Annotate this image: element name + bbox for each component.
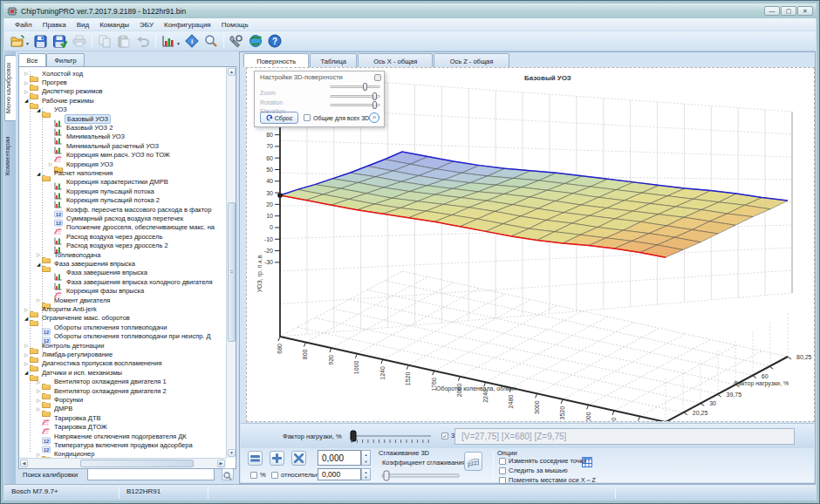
- menu-Файл[interactable]: Файл: [10, 19, 38, 31]
- tree-item[interactable]: Базовый УОЗ: [19, 114, 226, 123]
- tree-item-label[interactable]: Коррекция фазы впрыска: [65, 287, 146, 295]
- option-checkbox[interactable]: [499, 477, 506, 484]
- tree-vertical-scrollbar[interactable]: ▲ ▼: [226, 67, 236, 458]
- open-file-icon[interactable]: [8, 32, 27, 50]
- shared-3d-checkbox[interactable]: [304, 114, 311, 121]
- tree-expander-icon[interactable]: ▷: [23, 307, 30, 312]
- chart-tab-Таблица[interactable]: Таблица: [310, 53, 357, 67]
- dropdown-arrow-icon[interactable]: ▼: [25, 41, 30, 46]
- tree-item-label[interactable]: Контроль детонации: [40, 342, 106, 350]
- tree-expander-icon[interactable]: ◢: [23, 98, 30, 103]
- tree-item-label[interactable]: Диагностика пропусков воспламенения: [40, 359, 164, 367]
- tree-item-label[interactable]: Диспетчер режимов: [40, 87, 105, 95]
- dropdown-arrow-icon[interactable]: ▼: [176, 41, 181, 46]
- minimize-button[interactable]: —: [764, 6, 780, 16]
- tree-expander-icon[interactable]: ▷: [35, 252, 42, 257]
- load-slider[interactable]: [347, 429, 434, 446]
- tree-item-label[interactable]: Расход воздуха через дроссель 2: [65, 242, 170, 249]
- tree-expander-icon[interactable]: ▷: [23, 71, 30, 76]
- tree-item-label[interactable]: Обороты отключения топливоподачи при неи…: [52, 332, 213, 340]
- tree-item[interactable]: ◢Фаза завершения впрыска: [19, 259, 226, 268]
- side-tab-calibration-menu[interactable]: Меню калибровок: [4, 55, 16, 121]
- tree-expander-icon[interactable]: ▷: [23, 352, 30, 358]
- 3d-checkbox[interactable]: ✓: [441, 432, 448, 439]
- tree-item[interactable]: Тарировка ДТВ: [19, 413, 226, 422]
- add-value-button[interactable]: [270, 451, 284, 466]
- tree-expander-icon[interactable]: ▷: [35, 379, 42, 385]
- tree-expander-icon[interactable]: ▷: [35, 297, 42, 303]
- tree-item[interactable]: ▷Топливоподача: [19, 250, 226, 259]
- tree-item-label[interactable]: Лямбда-регулирование: [40, 351, 114, 358]
- scroll-up-icon[interactable]: ▲: [228, 68, 236, 76]
- filter-tab-Все[interactable]: Все: [18, 53, 46, 66]
- tools-icon[interactable]: [227, 32, 246, 50]
- tree-item[interactable]: ◢Рабочие режимы: [19, 96, 226, 105]
- tree-expander-icon[interactable]: ▷: [47, 161, 54, 167]
- maximize-button[interactable]: ▢: [781, 6, 796, 16]
- tree-item-label[interactable]: Фаза завершения впрыска: [65, 269, 149, 276]
- relative-checkbox[interactable]: [271, 472, 278, 479]
- tree-item[interactable]: Фаза завершения впрыска: [19, 269, 226, 277]
- tree-expander-icon[interactable]: ▷: [23, 343, 30, 348]
- multiply-value-button[interactable]: [291, 451, 306, 466]
- tree-item[interactable]: Минимальный УОЗ: [19, 133, 226, 141]
- tree-item[interactable]: ▷Лямбда-регулирование: [19, 350, 226, 358]
- vertical-scroll-thumb[interactable]: [228, 202, 236, 342]
- tree-item[interactable]: ▷Вентилятор охлаждения двигателя 1: [19, 378, 226, 386]
- tree-item[interactable]: ▷Контроль детонации: [19, 341, 226, 350]
- tree-item[interactable]: ◢Датчики и исп. механизмы: [19, 368, 226, 377]
- tree-item-label[interactable]: Коэфф. пересчета массового расхода в фак…: [65, 206, 213, 214]
- tree-item[interactable]: ▷Кондиционер: [19, 450, 226, 458]
- tree-expander-icon[interactable]: ▷: [35, 406, 42, 412]
- title-bar[interactable]: ChipTuningPRO ver.7.2017.9.2189 - b122hr…: [3, 3, 817, 18]
- set-value-button[interactable]: [248, 451, 263, 466]
- tree-expander-icon[interactable]: ▷: [23, 89, 30, 94]
- tree-item[interactable]: ▷Вентилятор охлаждения двигателя 2: [19, 386, 226, 395]
- more-options-icon[interactable]: »: [369, 112, 379, 123]
- tree-expander-icon[interactable]: ◢: [23, 370, 30, 375]
- percent-checkbox[interactable]: [250, 472, 257, 479]
- tree-item-label[interactable]: Обороты отключения топливоподачи: [52, 324, 168, 331]
- tree-expander-icon[interactable]: ◢: [35, 107, 42, 112]
- tree-item-label[interactable]: Положение дросселя, обеспечивающее макс.…: [65, 223, 216, 231]
- tree-item-label[interactable]: Коррекция УОЗ: [65, 160, 115, 168]
- tree-item-label[interactable]: Ограничение макс. оборотов: [40, 314, 132, 322]
- tree-item[interactable]: ◢Расчет наполнения: [19, 168, 226, 177]
- scroll-right-icon[interactable]: ▶: [217, 460, 225, 467]
- tree-item[interactable]: 12Суммарный расход воздуха перетечек: [19, 214, 226, 222]
- menu-Помощь[interactable]: Помощь: [216, 19, 254, 31]
- filter-tab-Фильтр[interactable]: Фильтр: [46, 53, 85, 66]
- tree-item-label[interactable]: Коррекция пульсаций потока: [65, 187, 156, 195]
- tree-expander-icon[interactable]: ◢: [35, 171, 42, 176]
- tree-item[interactable]: ▷ДМРВ: [19, 405, 226, 413]
- tree-expander-icon[interactable]: ▷: [23, 80, 30, 85]
- tree-item-label[interactable]: Расход воздуха через дроссель: [65, 233, 164, 241]
- tree-expander-icon[interactable]: ◢: [35, 262, 42, 267]
- tree-item[interactable]: 12Температура включения продувки адсорбе…: [19, 440, 226, 449]
- menu-Правка[interactable]: Правка: [38, 19, 72, 31]
- tree-item[interactable]: ◢УОЗ: [19, 106, 226, 114]
- chart-tab-Ось Z - общая[interactable]: Ось Z - общая: [434, 53, 509, 67]
- tree-item-label[interactable]: Холостой ход: [40, 70, 85, 78]
- menu-Конфигурация[interactable]: Конфигурация: [159, 19, 216, 31]
- option-checkbox[interactable]: [499, 458, 506, 465]
- tree-item[interactable]: 12Напряжение отключения подогревателя ДК: [19, 432, 226, 440]
- tree-item[interactable]: ▷Алгоритм Anti-jerk: [19, 304, 226, 313]
- tree-item[interactable]: ▷Холостой ход: [19, 69, 226, 78]
- side-tab-comments[interactable]: Комментарии: [4, 126, 16, 186]
- tree-item-label[interactable]: Тарировка ДТВ: [52, 414, 102, 422]
- value-input[interactable]: [318, 450, 361, 466]
- tree-item-label[interactable]: ДМРВ: [52, 405, 74, 412]
- close-button[interactable]: ✕: [797, 6, 813, 16]
- search-button[interactable]: [222, 468, 234, 480]
- chart-tab-Ось X - общая[interactable]: Ось X - общая: [358, 53, 433, 67]
- tree-item[interactable]: Расход воздуха через дроссель 2: [19, 242, 226, 250]
- tree-item-label[interactable]: Минимальный УОЗ: [65, 133, 126, 140]
- save-icon[interactable]: [31, 32, 51, 50]
- tree-item-label[interactable]: Температура включения продувки адсорбера: [52, 441, 195, 449]
- tree-item[interactable]: Коррекция пульсаций потока 2: [19, 196, 226, 205]
- tree-item-label[interactable]: Топливоподача: [52, 251, 102, 259]
- tree-item-label[interactable]: Вентилятор охлаждения двигателя 2: [52, 387, 168, 395]
- chart-tab-Поверхность[interactable]: Поверхность: [243, 53, 309, 67]
- slider-thumb[interactable]: [372, 101, 377, 109]
